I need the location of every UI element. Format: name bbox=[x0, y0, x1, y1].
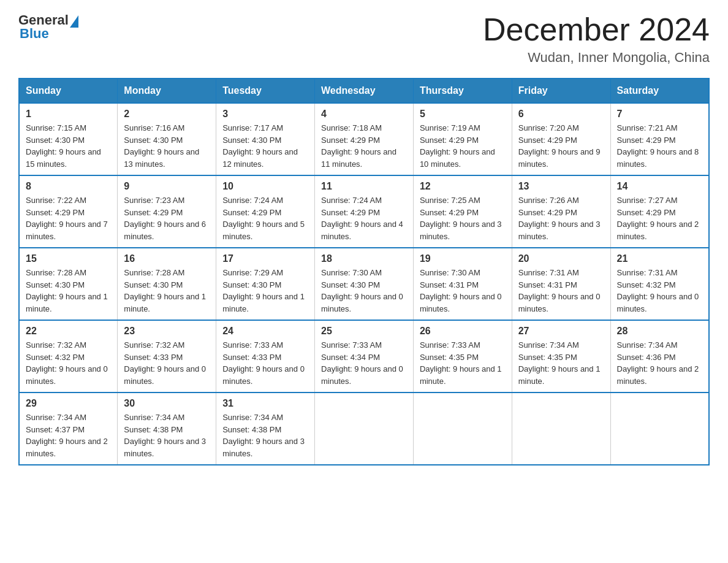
day-number: 12 bbox=[420, 181, 506, 192]
calendar-cell: 26Sunrise: 7:33 AMSunset: 4:35 PMDayligh… bbox=[413, 320, 512, 393]
logo: General Blue bbox=[18, 12, 80, 42]
calendar-cell: 11Sunrise: 7:24 AMSunset: 4:29 PMDayligh… bbox=[315, 175, 414, 248]
day-info: Sunrise: 7:22 AMSunset: 4:29 PMDaylight:… bbox=[26, 194, 111, 242]
calendar-cell: 24Sunrise: 7:33 AMSunset: 4:33 PMDayligh… bbox=[216, 320, 315, 393]
weekday-header-row: SundayMondayTuesdayWednesdayThursdayFrid… bbox=[19, 79, 709, 103]
day-info: Sunrise: 7:27 AMSunset: 4:29 PMDaylight:… bbox=[617, 194, 702, 242]
calendar-cell: 21Sunrise: 7:31 AMSunset: 4:32 PMDayligh… bbox=[610, 248, 709, 320]
day-info: Sunrise: 7:32 AMSunset: 4:33 PMDaylight:… bbox=[124, 339, 210, 387]
calendar-cell: 1Sunrise: 7:15 AMSunset: 4:30 PMDaylight… bbox=[19, 103, 118, 175]
day-info: Sunrise: 7:18 AMSunset: 4:29 PMDaylight:… bbox=[321, 122, 407, 170]
day-info: Sunrise: 7:30 AMSunset: 4:30 PMDaylight:… bbox=[321, 267, 407, 315]
calendar-cell: 5Sunrise: 7:19 AMSunset: 4:29 PMDaylight… bbox=[413, 103, 512, 175]
day-number: 3 bbox=[222, 109, 308, 120]
day-info: Sunrise: 7:34 AMSunset: 4:38 PMDaylight:… bbox=[222, 412, 308, 459]
calendar-cell: 15Sunrise: 7:28 AMSunset: 4:30 PMDayligh… bbox=[19, 248, 118, 320]
day-info: Sunrise: 7:34 AMSunset: 4:37 PMDaylight:… bbox=[26, 412, 111, 459]
calendar-cell: 22Sunrise: 7:32 AMSunset: 4:32 PMDayligh… bbox=[19, 320, 118, 393]
weekday-header-monday: Monday bbox=[118, 79, 216, 103]
calendar-cell: 20Sunrise: 7:31 AMSunset: 4:31 PMDayligh… bbox=[512, 248, 610, 320]
day-number: 6 bbox=[518, 109, 604, 120]
calendar-cell bbox=[610, 393, 709, 465]
calendar-cell: 3Sunrise: 7:17 AMSunset: 4:30 PMDaylight… bbox=[216, 103, 315, 175]
day-info: Sunrise: 7:31 AMSunset: 4:31 PMDaylight:… bbox=[518, 267, 604, 315]
day-info: Sunrise: 7:24 AMSunset: 4:29 PMDaylight:… bbox=[222, 194, 308, 242]
calendar-cell: 6Sunrise: 7:20 AMSunset: 4:29 PMDaylight… bbox=[512, 103, 610, 175]
calendar-cell: 19Sunrise: 7:30 AMSunset: 4:31 PMDayligh… bbox=[413, 248, 512, 320]
day-number: 25 bbox=[321, 326, 407, 337]
calendar-cell: 9Sunrise: 7:23 AMSunset: 4:29 PMDaylight… bbox=[118, 175, 216, 248]
day-info: Sunrise: 7:25 AMSunset: 4:29 PMDaylight:… bbox=[420, 194, 506, 242]
day-number: 20 bbox=[518, 253, 604, 264]
calendar-cell: 2Sunrise: 7:16 AMSunset: 4:30 PMDaylight… bbox=[118, 103, 216, 175]
logo-triangle-icon bbox=[70, 15, 78, 28]
day-number: 11 bbox=[321, 181, 407, 192]
day-info: Sunrise: 7:33 AMSunset: 4:33 PMDaylight:… bbox=[222, 339, 308, 387]
calendar-cell: 12Sunrise: 7:25 AMSunset: 4:29 PMDayligh… bbox=[413, 175, 512, 248]
day-info: Sunrise: 7:34 AMSunset: 4:35 PMDaylight:… bbox=[518, 339, 604, 387]
calendar-cell: 27Sunrise: 7:34 AMSunset: 4:35 PMDayligh… bbox=[512, 320, 610, 393]
day-info: Sunrise: 7:21 AMSunset: 4:29 PMDaylight:… bbox=[617, 122, 702, 170]
day-info: Sunrise: 7:20 AMSunset: 4:29 PMDaylight:… bbox=[518, 122, 604, 170]
day-info: Sunrise: 7:17 AMSunset: 4:30 PMDaylight:… bbox=[222, 122, 308, 170]
day-info: Sunrise: 7:33 AMSunset: 4:34 PMDaylight:… bbox=[321, 339, 407, 387]
day-number: 18 bbox=[321, 253, 407, 264]
calendar-cell: 14Sunrise: 7:27 AMSunset: 4:29 PMDayligh… bbox=[610, 175, 709, 248]
day-number: 5 bbox=[420, 109, 506, 120]
calendar-cell: 4Sunrise: 7:18 AMSunset: 4:29 PMDaylight… bbox=[315, 103, 414, 175]
header: General Blue December 2024 Wudan, Inner … bbox=[18, 12, 710, 66]
day-number: 15 bbox=[26, 253, 111, 264]
weekday-header-thursday: Thursday bbox=[413, 79, 512, 103]
day-number: 26 bbox=[420, 326, 506, 337]
day-number: 30 bbox=[124, 398, 210, 409]
day-info: Sunrise: 7:28 AMSunset: 4:30 PMDaylight:… bbox=[124, 267, 210, 315]
calendar-week-row: 8Sunrise: 7:22 AMSunset: 4:29 PMDaylight… bbox=[19, 175, 709, 248]
day-number: 9 bbox=[124, 181, 210, 192]
day-info: Sunrise: 7:31 AMSunset: 4:32 PMDaylight:… bbox=[617, 267, 702, 315]
calendar-cell bbox=[512, 393, 610, 465]
weekday-header-friday: Friday bbox=[512, 79, 610, 103]
calendar-cell bbox=[413, 393, 512, 465]
calendar-cell: 31Sunrise: 7:34 AMSunset: 4:38 PMDayligh… bbox=[216, 393, 315, 465]
day-info: Sunrise: 7:16 AMSunset: 4:30 PMDaylight:… bbox=[124, 122, 210, 170]
calendar-cell: 10Sunrise: 7:24 AMSunset: 4:29 PMDayligh… bbox=[216, 175, 315, 248]
location-title: Wudan, Inner Mongolia, China bbox=[483, 50, 710, 66]
day-number: 27 bbox=[518, 326, 604, 337]
day-info: Sunrise: 7:29 AMSunset: 4:30 PMDaylight:… bbox=[222, 267, 308, 315]
day-number: 28 bbox=[617, 326, 702, 337]
day-info: Sunrise: 7:23 AMSunset: 4:29 PMDaylight:… bbox=[124, 194, 210, 242]
title-area: December 2024 Wudan, Inner Mongolia, Chi… bbox=[483, 12, 710, 66]
day-info: Sunrise: 7:34 AMSunset: 4:38 PMDaylight:… bbox=[124, 412, 210, 459]
calendar-week-row: 15Sunrise: 7:28 AMSunset: 4:30 PMDayligh… bbox=[19, 248, 709, 320]
day-number: 8 bbox=[26, 181, 111, 192]
calendar-cell: 29Sunrise: 7:34 AMSunset: 4:37 PMDayligh… bbox=[19, 393, 118, 465]
day-number: 2 bbox=[124, 109, 210, 120]
day-info: Sunrise: 7:33 AMSunset: 4:35 PMDaylight:… bbox=[420, 339, 506, 387]
calendar-cell: 30Sunrise: 7:34 AMSunset: 4:38 PMDayligh… bbox=[118, 393, 216, 465]
month-title: December 2024 bbox=[483, 12, 710, 47]
calendar-week-row: 29Sunrise: 7:34 AMSunset: 4:37 PMDayligh… bbox=[19, 393, 709, 465]
day-number: 23 bbox=[124, 326, 210, 337]
calendar-week-row: 1Sunrise: 7:15 AMSunset: 4:30 PMDaylight… bbox=[19, 103, 709, 175]
calendar-cell: 28Sunrise: 7:34 AMSunset: 4:36 PMDayligh… bbox=[610, 320, 709, 393]
day-number: 19 bbox=[420, 253, 506, 264]
calendar-cell: 17Sunrise: 7:29 AMSunset: 4:30 PMDayligh… bbox=[216, 248, 315, 320]
day-info: Sunrise: 7:19 AMSunset: 4:29 PMDaylight:… bbox=[420, 122, 506, 170]
logo-blue-text: Blue bbox=[20, 26, 49, 42]
calendar-cell: 25Sunrise: 7:33 AMSunset: 4:34 PMDayligh… bbox=[315, 320, 414, 393]
day-info: Sunrise: 7:34 AMSunset: 4:36 PMDaylight:… bbox=[617, 339, 702, 387]
day-number: 14 bbox=[617, 181, 702, 192]
day-number: 13 bbox=[518, 181, 604, 192]
calendar-cell: 16Sunrise: 7:28 AMSunset: 4:30 PMDayligh… bbox=[118, 248, 216, 320]
day-info: Sunrise: 7:28 AMSunset: 4:30 PMDaylight:… bbox=[26, 267, 111, 315]
day-number: 1 bbox=[26, 109, 111, 120]
day-number: 17 bbox=[222, 253, 308, 264]
day-number: 4 bbox=[321, 109, 407, 120]
day-info: Sunrise: 7:15 AMSunset: 4:30 PMDaylight:… bbox=[26, 122, 111, 170]
weekday-header-sunday: Sunday bbox=[19, 79, 118, 103]
day-number: 31 bbox=[222, 398, 308, 409]
day-number: 29 bbox=[26, 398, 111, 409]
calendar-cell: 13Sunrise: 7:26 AMSunset: 4:29 PMDayligh… bbox=[512, 175, 610, 248]
calendar-week-row: 22Sunrise: 7:32 AMSunset: 4:32 PMDayligh… bbox=[19, 320, 709, 393]
weekday-header-tuesday: Tuesday bbox=[216, 79, 315, 103]
